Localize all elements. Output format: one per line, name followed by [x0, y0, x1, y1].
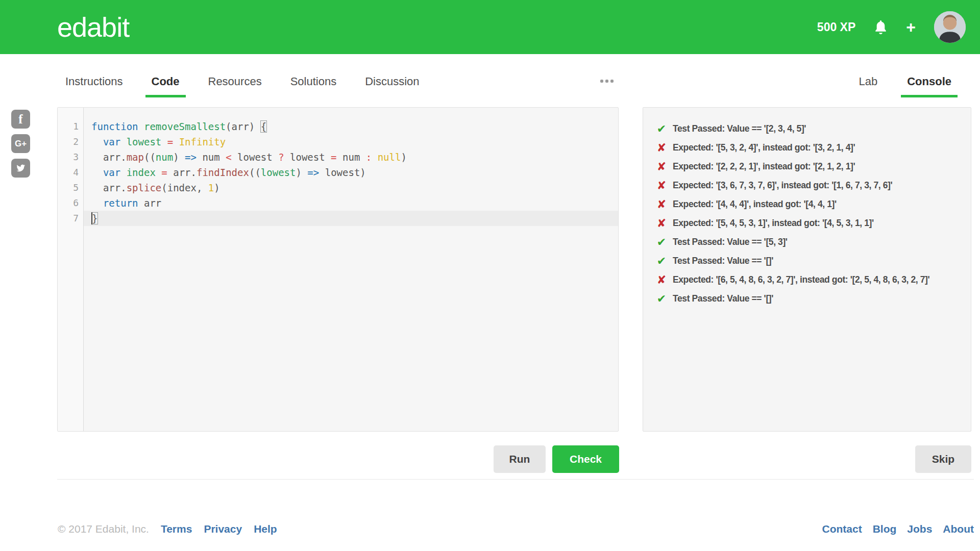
tab-code[interactable]: Code — [145, 54, 186, 97]
test-result-fail: ✘Expected: '[5, 4, 5, 3, 1]', instead go… — [655, 217, 968, 229]
editor-gutter: 1234567 — [58, 108, 84, 431]
test-result-text: Test Passed: Value == '[5, 3]' — [673, 236, 788, 248]
skip-button[interactable]: Skip — [915, 445, 971, 473]
more-dot-icon — [600, 80, 603, 83]
test-result-pass: ✔Test Passed: Value == '[]' — [655, 255, 968, 267]
test-result-pass: ✔Test Passed: Value == '[5, 3]' — [655, 236, 968, 248]
twitter-icon — [15, 163, 26, 173]
test-result-fail: ✘Expected: '[3, 6, 7, 3, 7, 6]', instead… — [655, 180, 968, 191]
header-right-cluster: 500 XP + — [817, 11, 966, 43]
test-result-fail: ✘Expected: '[5, 3, 2, 4]', instead got: … — [655, 142, 968, 154]
facebook-share-button[interactable]: f — [11, 110, 30, 129]
run-button[interactable]: Run — [494, 445, 546, 473]
line-number: 4 — [58, 165, 83, 180]
social-share-column: f G+ — [11, 110, 30, 178]
test-result-text: Expected: '[6, 5, 4, 8, 6, 3, 2, 7]', in… — [673, 274, 929, 286]
line-number: 5 — [58, 180, 83, 195]
test-result-text: Test Passed: Value == '[2, 3, 4, 5]' — [673, 123, 806, 135]
x-icon: ✘ — [655, 198, 668, 210]
test-result-pass: ✔Test Passed: Value == '[2, 3, 4, 5]' — [655, 123, 968, 135]
x-icon: ✘ — [655, 274, 668, 286]
code-editor[interactable]: 1234567 function removeSmallest(arr) { v… — [57, 107, 619, 432]
code-line-3[interactable]: arr.map((num) => num < lowest ? lowest =… — [84, 149, 618, 165]
footer-link-terms[interactable]: Terms — [161, 523, 192, 535]
code-line-7[interactable]: } — [84, 211, 618, 226]
tab-resources[interactable]: Resources — [202, 54, 268, 97]
test-result-text: Expected: '[4, 4, 4]', instead got: '[4,… — [673, 198, 837, 210]
footer-divider — [57, 479, 974, 480]
tab-console[interactable]: Console — [901, 54, 958, 97]
code-line-6[interactable]: return arr — [84, 195, 618, 211]
check-button[interactable]: Check — [552, 445, 619, 473]
line-number: 1 — [58, 119, 83, 134]
test-result-text: Expected: '[5, 4, 5, 3, 1]', instead got… — [673, 217, 874, 229]
edabit-logo[interactable]: edabit — [57, 11, 129, 43]
footer-link-about[interactable]: About — [943, 523, 974, 535]
tab-lab[interactable]: Lab — [852, 54, 884, 97]
add-challenge-plus-icon[interactable]: + — [906, 19, 916, 35]
test-result-fail: ✘Expected: '[2, 2, 2, 1]', instead got: … — [655, 161, 968, 172]
xp-counter: 500 XP — [817, 20, 855, 34]
x-icon: ✘ — [655, 142, 668, 154]
tabs-right: LabConsole — [852, 54, 958, 97]
line-number: 3 — [58, 149, 83, 165]
tab-discussion[interactable]: Discussion — [359, 54, 425, 97]
google-plus-icon: G+ — [15, 139, 27, 149]
check-icon: ✔ — [655, 255, 668, 267]
more-dot-icon — [605, 80, 608, 83]
footer-link-blog[interactable]: Blog — [873, 523, 897, 535]
test-result-text: Expected: '[5, 3, 2, 4]', instead got: '… — [673, 142, 855, 154]
line-number: 7 — [58, 211, 83, 226]
check-icon: ✔ — [655, 236, 668, 248]
text-cursor — [91, 212, 92, 224]
test-result-text: Expected: '[3, 6, 7, 3, 7, 6]', instead … — [673, 180, 892, 191]
console-panel: ✔Test Passed: Value == '[2, 3, 4, 5]'✘Ex… — [643, 107, 971, 432]
code-line-4[interactable]: var index = arr.findIndex((lowest) => lo… — [84, 165, 618, 180]
test-result-fail: ✘Expected: '[4, 4, 4]', instead got: '[4… — [655, 198, 968, 210]
line-number: 6 — [58, 195, 83, 211]
footer-link-contact[interactable]: Contact — [822, 523, 862, 535]
footer-left: © 2017 Edabit, Inc. TermsPrivacyHelp — [58, 523, 277, 535]
facebook-icon: f — [18, 112, 22, 127]
more-dot-icon — [610, 80, 614, 83]
x-icon: ✘ — [655, 217, 668, 229]
check-icon: ✔ — [655, 123, 668, 135]
x-icon: ✘ — [655, 161, 668, 172]
test-result-text: Expected: '[2, 2, 2, 1]', instead got: '… — [673, 161, 855, 172]
code-line-5[interactable]: arr.splice(index, 1) — [84, 180, 618, 195]
tab-instructions[interactable]: Instructions — [59, 54, 129, 97]
user-avatar[interactable] — [934, 11, 966, 43]
code-line-1[interactable]: function removeSmallest(arr) { — [84, 119, 618, 134]
app-header: edabit 500 XP + — [0, 0, 980, 54]
test-result-text: Test Passed: Value == '[]' — [673, 293, 773, 305]
footer-right: ContactBlogJobsAbout — [822, 523, 974, 535]
tabs-left: InstructionsCodeResourcesSolutionsDiscus… — [59, 54, 426, 97]
footer-link-help[interactable]: Help — [254, 523, 277, 535]
x-icon: ✘ — [655, 180, 668, 191]
copyright-text: © 2017 Edabit, Inc. — [58, 523, 149, 535]
line-number: 2 — [58, 134, 83, 149]
notifications-bell-icon[interactable] — [874, 20, 888, 35]
google-plus-share-button[interactable]: G+ — [11, 134, 30, 153]
tab-solutions[interactable]: Solutions — [284, 54, 343, 97]
code-line-2[interactable]: var lowest = Infinity — [84, 134, 618, 149]
twitter-share-button[interactable] — [11, 159, 30, 178]
editor-code-area[interactable]: function removeSmallest(arr) { var lowes… — [84, 108, 618, 431]
footer-link-jobs[interactable]: Jobs — [907, 523, 932, 535]
test-result-pass: ✔Test Passed: Value == '[]' — [655, 293, 968, 305]
footer-links-left: TermsPrivacyHelp — [161, 523, 277, 535]
more-tabs-button[interactable] — [598, 78, 616, 85]
footer-link-privacy[interactable]: Privacy — [204, 523, 242, 535]
test-result-fail: ✘Expected: '[6, 5, 4, 8, 6, 3, 2, 7]', i… — [655, 274, 968, 286]
test-result-text: Test Passed: Value == '[]' — [673, 255, 773, 267]
check-icon: ✔ — [655, 293, 668, 305]
